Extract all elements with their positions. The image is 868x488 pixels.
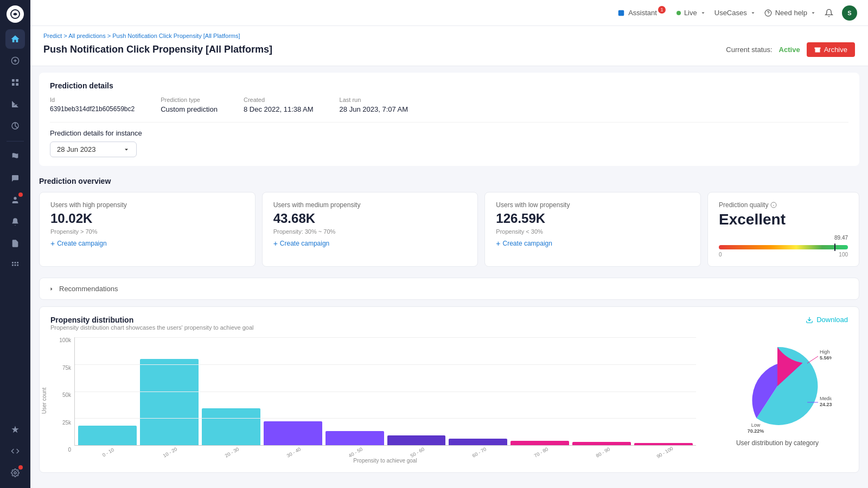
svg-rect-7 <box>12 262 14 264</box>
overview-section: Prediction overview Users with high prop… <box>30 172 868 278</box>
app-logo[interactable] <box>7 5 24 23</box>
sidebar-item-expand[interactable] <box>5 51 25 70</box>
status-row: Current status: Active Archive <box>726 42 855 57</box>
low-value: 126.59K <box>496 211 690 226</box>
bar-chart: 100k 75k 50k 25k 0 User count <box>50 337 696 464</box>
status-label: Current status: <box>726 46 772 54</box>
breadcrumb-current: Push Notification Click Propensity [All … <box>112 33 240 39</box>
sidebar-item-flag[interactable] <box>5 147 25 166</box>
svg-rect-2 <box>12 79 15 82</box>
page-title-row: Push Notification Click Propensity [All … <box>43 42 855 57</box>
status-value: Active <box>779 46 800 54</box>
sidebar-item-messages[interactable] <box>5 169 25 188</box>
medium-value: 43.68K <box>273 211 467 226</box>
distribution-section: Propensity distribution Propensity distr… <box>39 306 859 473</box>
svg-point-13 <box>14 472 16 474</box>
sidebar-item-settings[interactable] <box>5 463 25 483</box>
sidebar-item-code[interactable] <box>5 441 25 461</box>
user-avatar[interactable]: S <box>842 5 857 21</box>
detail-created: Created 8 Dec 2022, 11:38 AM <box>244 97 314 113</box>
quality-bar: 0 100 <box>719 245 848 258</box>
quality-value: Excellent <box>719 211 848 228</box>
page-header: Predict > All predictions > Push Notific… <box>30 26 868 66</box>
distribution-subtitle: Propensity distribution chart showcases … <box>50 324 253 331</box>
recommendations-section: Recommendations <box>39 278 859 300</box>
sidebar-item-reports[interactable] <box>5 234 25 253</box>
svg-rect-4 <box>12 83 15 86</box>
page-content: Predict > All predictions > Push Notific… <box>30 26 868 488</box>
sidebar-divider-1 <box>7 141 24 142</box>
sidebar-item-analytics[interactable] <box>5 94 25 114</box>
last-run-value: 28 Jun 2023, 7:07 AM <box>340 105 408 113</box>
sidebar-item-home[interactable] <box>5 29 25 49</box>
instance-select[interactable]: 28 Jun 2023 <box>50 142 137 157</box>
download-button[interactable]: Download <box>806 316 848 324</box>
medium-create-campaign[interactable]: + Create campaign <box>273 239 467 248</box>
quality-bar-labels: 0 100 <box>719 252 848 258</box>
distribution-header: Propensity distribution Propensity distr… <box>50 316 848 331</box>
sidebar <box>0 0 30 488</box>
detail-type: Prediction type Custom prediction <box>161 97 218 113</box>
detail-last-run: Last run 28 Jun 2023, 7:07 AM <box>340 97 408 113</box>
y-axis-label: User count <box>41 387 47 413</box>
sidebar-item-grid[interactable] <box>5 255 25 275</box>
grid-100 <box>75 337 696 338</box>
high-label-text: High <box>820 349 830 355</box>
grid-25 <box>75 418 696 419</box>
pie-area: High 5.56% Medium 24.23% Low 70.22% User… <box>707 337 848 464</box>
id-value: 6391beb314df21b605659bc2 <box>50 105 135 113</box>
low-pct-text: 70.22% <box>748 428 764 434</box>
grid-75 <box>75 364 696 365</box>
sidebar-item-spark[interactable] <box>5 420 25 439</box>
notification-bell[interactable] <box>825 9 833 17</box>
quality-bar-track <box>719 245 848 249</box>
settings-badge <box>18 465 23 470</box>
prediction-details-title: Prediction details <box>50 81 848 90</box>
medium-label-text: Medium <box>820 396 832 401</box>
breadcrumb-predict[interactable]: Predict <box>43 33 62 39</box>
breadcrumb: Predict > All predictions > Push Notific… <box>43 33 855 39</box>
assistant-button[interactable]: Assistant 1 <box>617 9 668 17</box>
medium-propensity-card: Users with medium propensity 43.68K Prop… <box>262 192 478 267</box>
detail-id: Id 6391beb314df21b605659bc2 <box>50 97 135 113</box>
live-status[interactable]: Live <box>676 9 706 17</box>
instance-label: Prediction details for instance <box>50 129 848 137</box>
svg-rect-8 <box>15 262 16 264</box>
pie-title: User distribution by category <box>736 439 819 447</box>
y-axis: 100k 75k 50k 25k 0 <box>50 337 71 453</box>
low-create-campaign[interactable]: + Create campaign <box>496 239 690 248</box>
medium-pct-text: 24.23% <box>820 402 832 407</box>
archive-button[interactable]: Archive <box>807 42 855 57</box>
type-value: Custom prediction <box>161 105 218 113</box>
svg-rect-11 <box>15 265 16 266</box>
assistant-badge: 1 <box>658 6 666 14</box>
high-value: 10.02K <box>50 211 244 226</box>
sidebar-item-users[interactable] <box>5 190 25 210</box>
chart-area: 100k 75k 50k 25k 0 User count <box>50 337 848 464</box>
low-sub: Propensity < 30% <box>496 228 690 235</box>
page-title: Push Notification Click Propensity [All … <box>43 44 272 55</box>
svg-rect-9 <box>17 262 18 264</box>
recommendations-header[interactable]: Recommendations <box>48 285 850 293</box>
topbar: Assistant 1 Live UseCases Need help S <box>30 0 868 26</box>
sidebar-item-dashboard[interactable] <box>5 73 25 92</box>
main-content: Assistant 1 Live UseCases Need help S Pr… <box>30 0 868 488</box>
quality-bar-marker <box>834 243 835 251</box>
need-help-menu[interactable]: Need help <box>764 9 816 17</box>
high-line <box>807 356 818 363</box>
svg-rect-3 <box>16 79 18 82</box>
bar-fill <box>140 359 199 445</box>
quality-label: Prediction quality <box>719 201 848 209</box>
low-propensity-card: Users with low propensity 126.59K Propen… <box>484 192 701 267</box>
low-label: Users with low propensity <box>496 201 690 209</box>
sidebar-item-notifications[interactable] <box>5 212 25 232</box>
high-label: Users with high propensity <box>50 201 244 209</box>
chart-wrapper: 100k 75k 50k 25k 0 User count <box>74 337 696 464</box>
sidebar-item-chart[interactable] <box>5 116 25 136</box>
low-label-text: Low <box>751 422 761 428</box>
high-create-campaign[interactable]: + Create campaign <box>50 239 244 248</box>
breadcrumb-all-predictions[interactable]: All predictions <box>68 33 105 39</box>
bars-wrapper <box>74 337 696 446</box>
use-cases-menu[interactable]: UseCases <box>714 9 756 17</box>
quality-card: Prediction quality Excellent 89.47 0 100 <box>707 192 859 267</box>
